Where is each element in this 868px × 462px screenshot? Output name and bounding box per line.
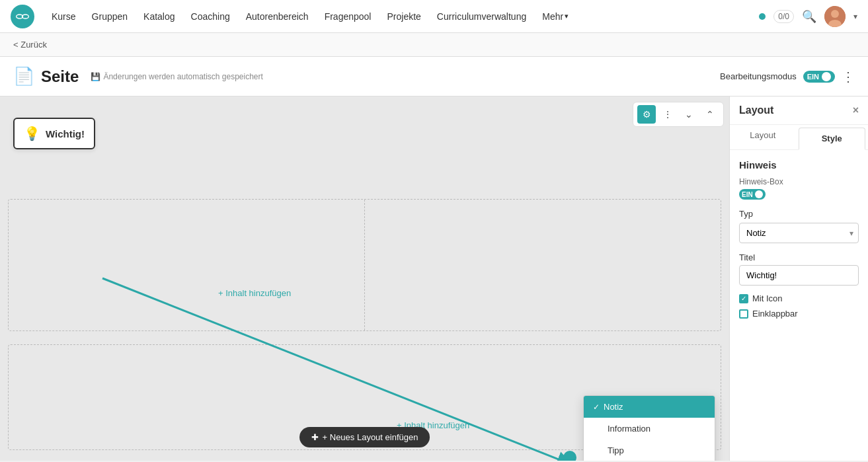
typ-select-wrapper: Notiz Information Tipp Wichtig Warnung F…	[739, 223, 859, 243]
hinweis-box-label: Hinweis-Box	[739, 177, 859, 186]
status-indicator	[759, 13, 766, 20]
hinweis-toggle-label: EIN	[742, 191, 753, 198]
account-chevron-icon[interactable]: ▾	[853, 12, 857, 21]
hinweis-toggle-row: EIN	[739, 189, 859, 200]
page-title: Seite	[41, 67, 79, 86]
navbar-links: Kurse Gruppen Katalog Coaching Autorenbe…	[45, 7, 759, 26]
chevron-down-icon: ⌄	[685, 109, 693, 120]
navbar-right: 0/0 🔍 ▾	[759, 6, 857, 27]
dots-button[interactable]: ⋮	[658, 105, 677, 124]
section-hinweis-title: Hinweis	[739, 159, 859, 171]
typ-select[interactable]: Notiz Information Tipp Wichtig Warnung F…	[739, 223, 859, 243]
chevron-up-icon: ⌃	[706, 109, 714, 120]
arrow-endpoint-dot	[563, 451, 576, 461]
hinweis-toggle-knob	[755, 190, 763, 198]
search-icon[interactable]: 🔍	[802, 9, 816, 24]
nav-kurse[interactable]: Kurse	[45, 7, 83, 26]
mit-icon-row: ✓ Mit Icon	[739, 293, 859, 303]
nav-coaching[interactable]: Coaching	[184, 7, 237, 26]
nav-projekte[interactable]: Projekte	[380, 7, 427, 26]
gear-button[interactable]: ⚙	[637, 105, 656, 124]
main-area: ⚙ ⋮ ⌄ ⌃ 💡 Wichtig! + Inhalt hinzufügen	[0, 96, 868, 461]
toggle-knob	[822, 72, 831, 81]
mehr-chevron-icon: ▾	[565, 12, 569, 20]
add-content-1-label: + Inhalt hinzufügen	[218, 288, 291, 298]
add-layout-plus-icon: ✚	[311, 432, 319, 442]
tab-style[interactable]: Style	[799, 128, 866, 150]
mit-icon-checkbox[interactable]: ✓	[739, 294, 748, 303]
panel-close-button[interactable]: ×	[853, 104, 859, 116]
add-layout-button[interactable]: ✚ + Neues Layout einfügen	[299, 427, 430, 447]
titel-input[interactable]	[739, 265, 859, 286]
add-content-1[interactable]: + Inhalt hinzufügen	[218, 288, 291, 298]
logo[interactable]	[11, 5, 34, 28]
check-icon: ✓	[741, 295, 746, 302]
dropdown-information-label: Information	[608, 424, 651, 434]
score-badge: 0/0	[773, 10, 794, 23]
collapse-button[interactable]: ⌄	[680, 105, 698, 124]
hinweis-title: Wichtig!	[46, 128, 85, 139]
hinweis-box-toggle[interactable]: EIN	[739, 189, 766, 200]
grid-col-2	[365, 200, 721, 330]
nav-gruppen[interactable]: Gruppen	[85, 7, 134, 26]
page-icon: 📄	[13, 66, 34, 87]
page-title-area: 📄 Seite 💾 Änderungen werden automatisch …	[13, 66, 720, 87]
einklappbar-checkbox[interactable]	[739, 309, 748, 319]
hinweis-card: 💡 Wichtig!	[13, 118, 95, 149]
dropdown-item-tipp[interactable]: Tipp	[584, 440, 715, 461]
grid-col-1	[9, 200, 365, 330]
page-header-right: Bearbeitungsmodus EIN ⋮	[720, 69, 855, 85]
bulb-icon: 💡	[24, 126, 40, 141]
add-layout-bar: ✚ + Neues Layout einfügen	[299, 427, 430, 447]
panel-title: Layout	[739, 104, 773, 116]
toggle-label: EIN	[807, 73, 819, 81]
dropdown-item-notiz[interactable]: ✓ Notiz	[584, 396, 715, 418]
avatar[interactable]	[824, 6, 846, 27]
titel-label: Titel	[739, 252, 859, 262]
expand-button[interactable]: ⌃	[701, 105, 719, 124]
einklappbar-label: Einklappbar	[752, 309, 798, 319]
more-options-icon[interactable]: ⋮	[842, 69, 855, 85]
bearbeitungsmodus-toggle[interactable]: EIN	[803, 71, 835, 83]
panel-body: Hinweis Hinweis-Box EIN Typ Notiz Inform…	[730, 150, 868, 461]
save-icon: 💾	[91, 72, 100, 81]
einklappbar-row: Einklappbar	[739, 309, 859, 319]
navbar: Kurse Gruppen Katalog Coaching Autorenbe…	[0, 0, 868, 33]
dots-vert-icon: ⋮	[663, 109, 672, 120]
layout-panel: Layout × Layout Style Hinweis Hinweis-Bo…	[729, 96, 868, 461]
gear-icon: ⚙	[643, 109, 651, 120]
check-icon: ✓	[593, 403, 600, 412]
canvas-toolbar: ⚙ ⋮ ⌄ ⌃	[633, 102, 724, 127]
nav-autorenbereich[interactable]: Autorenbereich	[239, 7, 315, 26]
nav-fragenpool[interactable]: Fragenpool	[318, 7, 378, 26]
nav-katalog[interactable]: Katalog	[137, 7, 181, 26]
dropdown-notiz-label: Notiz	[604, 402, 623, 412]
tab-layout[interactable]: Layout	[730, 125, 796, 149]
autosave-message: 💾 Änderungen werden automatisch gespeich…	[91, 72, 263, 81]
nav-curriculum[interactable]: Curriculumverwaltung	[430, 7, 533, 26]
mit-icon-label: Mit Icon	[752, 293, 783, 303]
typ-dropdown-menu: ✓ Notiz Information Tipp Wichtig Warnung…	[583, 395, 715, 461]
dropdown-tipp-label: Tipp	[608, 445, 624, 455]
nav-mehr[interactable]: Mehr ▾	[535, 7, 575, 26]
back-link[interactable]: < Zurück	[13, 40, 47, 50]
dropdown-item-information[interactable]: Information	[584, 418, 715, 440]
typ-label: Typ	[739, 209, 859, 219]
svg-point-3	[831, 10, 839, 18]
panel-tabs: Layout Style	[730, 125, 868, 150]
bearbeitungsmodus-label: Bearbeitungsmodus	[720, 71, 797, 81]
panel-header: Layout ×	[730, 96, 868, 125]
grid-row-1	[8, 199, 721, 331]
page-header: 📄 Seite 💾 Änderungen werden automatisch …	[0, 57, 868, 96]
breadcrumb-bar: < Zurück	[0, 33, 868, 57]
